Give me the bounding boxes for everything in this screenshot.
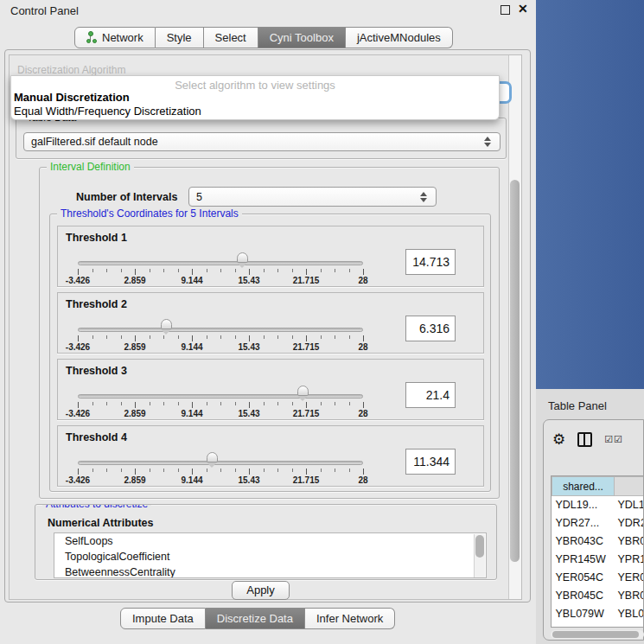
- tab-cyni-toolbox[interactable]: Cyni Toolbox: [258, 27, 346, 48]
- table-cell[interactable]: YPR1: [615, 551, 644, 569]
- attribute-list-item[interactable]: TopologicalCoefficient: [54, 549, 486, 564]
- float-window-icon[interactable]: [501, 5, 510, 15]
- table-cell[interactable]: YBR045C: [552, 587, 615, 605]
- tick-mark: [249, 402, 250, 408]
- split-columns-icon[interactable]: [577, 432, 592, 447]
- tick-mark: [135, 402, 136, 408]
- tick-mark: [135, 469, 136, 475]
- table-cell[interactable]: YLR345W: [552, 623, 615, 628]
- table-horizontal-scrollbar[interactable]: [551, 630, 644, 639]
- threshold-3-slider-thumb[interactable]: [297, 386, 309, 396]
- close-icon[interactable]: ✕: [518, 2, 528, 16]
- vertical-scrollbar-thumb[interactable]: [510, 180, 520, 562]
- tick-mark: [178, 469, 179, 472]
- tab-network[interactable]: Network: [74, 27, 156, 48]
- tick-label: -3.426: [66, 342, 90, 352]
- threshold-1-panel: Threshold 1 -3.4262.8599.14415.4321.7152…: [57, 226, 484, 287]
- table-cell[interactable]: YDL19...: [552, 496, 615, 514]
- tick-mark: [135, 335, 136, 341]
- numerical-attributes-list[interactable]: SelfLoopsTopologicalCoefficientBetweenne…: [54, 532, 487, 578]
- column-header-shared-name[interactable]: shared...: [552, 477, 615, 496]
- table-cell[interactable]: YBR043C: [552, 532, 615, 551]
- popup-hint-text: Select algorithm to view settings: [11, 79, 499, 92]
- tick-mark: [349, 269, 350, 272]
- number-of-intervals-combobox[interactable]: 5: [188, 187, 437, 207]
- threshold-1-slider-thumb[interactable]: [237, 252, 248, 263]
- attribute-list-item[interactable]: BetweennessCentrality: [54, 564, 486, 578]
- tick-mark: [292, 269, 293, 272]
- threshold-3-label: Threshold 3: [66, 365, 127, 377]
- tab-style[interactable]: Style: [156, 27, 204, 48]
- gear-icon[interactable]: ⚙: [552, 432, 565, 447]
- threshold-4-slider-thumb[interactable]: [207, 452, 218, 462]
- tick-label: 21.715: [293, 276, 320, 285]
- tick-label: 2.859: [124, 475, 145, 485]
- table-cell[interactable]: YDL1: [615, 496, 644, 514]
- threshold-1-slider-track[interactable]: [78, 261, 363, 265]
- threshold-4-value-field[interactable]: 11.344: [405, 449, 456, 475]
- checkbox-icons[interactable]: ☑☑: [604, 434, 623, 445]
- attribute-list-item[interactable]: SelfLoops: [54, 533, 486, 549]
- tab-impute-data[interactable]: Impute Data: [120, 608, 206, 629]
- tick-label: 9.144: [181, 475, 202, 485]
- tick-label: 2.859: [124, 342, 145, 352]
- column-header-name[interactable]: na: [615, 477, 644, 496]
- threshold-2-slider-track[interactable]: [78, 328, 363, 332]
- table-cell[interactable]: YBL0: [615, 605, 644, 623]
- tick-label: -3.426: [66, 475, 90, 485]
- table-cell[interactable]: YPR145W: [552, 551, 615, 569]
- table-toolbar: ⚙ ☑☑: [552, 432, 623, 447]
- table-cell[interactable]: YLR3: [615, 623, 644, 628]
- table-hscrollbar-thumb[interactable]: [552, 631, 639, 638]
- tick-mark: [264, 469, 265, 472]
- tick-mark: [277, 469, 278, 472]
- popup-option-manual-discretization[interactable]: Manual Discretization: [14, 91, 130, 104]
- threshold-2-slider-thumb[interactable]: [161, 319, 172, 329]
- table-cell[interactable]: YBL079W: [552, 605, 615, 623]
- table-row[interactable]: YBR043CYBR0: [552, 532, 644, 551]
- attributes-scrollbar-thumb[interactable]: [475, 535, 484, 558]
- threshold-3-slider-track[interactable]: [78, 394, 363, 399]
- attributes-scrollbar[interactable]: [474, 534, 485, 578]
- threshold-1-value-field[interactable]: 14.713: [405, 249, 456, 275]
- threshold-2-value-field[interactable]: 6.316: [405, 316, 456, 341]
- table-cell[interactable]: YDR27...: [552, 514, 615, 532]
- node-table[interactable]: shared... na YDL19...YDL1YDR27...YDR2YBR…: [551, 475, 644, 628]
- table-row[interactable]: YER054CYER0: [552, 569, 644, 587]
- tick-mark: [321, 269, 322, 272]
- table-row[interactable]: YDR27...YDR2: [552, 514, 644, 532]
- table-cell[interactable]: YER054C: [552, 569, 615, 587]
- tab-select[interactable]: Select: [204, 27, 258, 48]
- tick-mark: [78, 402, 79, 408]
- table-row[interactable]: YLR345WYLR3: [552, 623, 644, 628]
- tick-mark: [363, 402, 364, 408]
- attributes-group-title: Attributes to discretize: [42, 504, 151, 510]
- tick-mark: [306, 335, 307, 341]
- tick-label: 28: [358, 475, 367, 485]
- table-row[interactable]: YDL19...YDL1: [552, 496, 644, 514]
- popup-option-equal-width[interactable]: Equal Width/Frequency Discretization: [14, 105, 201, 118]
- table-row[interactable]: YBL079WYBL0: [552, 605, 644, 623]
- tick-mark: [106, 469, 107, 472]
- tab-infer-network[interactable]: Infer Network: [305, 608, 395, 629]
- table-cell[interactable]: YBR0: [615, 532, 644, 551]
- table-row[interactable]: YBR045CYBR0: [552, 587, 644, 605]
- tab-jactivemnodules[interactable]: jActiveMNodules: [346, 27, 453, 48]
- tick-label: 15.43: [238, 475, 259, 485]
- top-tab-bar: Network Style Select Cyni Toolbox jActiv…: [74, 27, 453, 48]
- table-row[interactable]: YPR145WYPR1: [552, 551, 644, 569]
- tab-discretize-data[interactable]: Discretize Data: [206, 608, 305, 629]
- threshold-4-slider-track[interactable]: [78, 461, 363, 465]
- table-data-combobox[interactable]: galFiltered.sif default node: [23, 132, 501, 151]
- tick-mark: [121, 335, 122, 339]
- table-cell[interactable]: YER0: [615, 569, 644, 587]
- threshold-2-panel: Threshold 2 -3.4262.8599.14415.4321.7152…: [57, 292, 484, 354]
- tick-label: 28: [358, 276, 367, 285]
- table-cell[interactable]: YDR2: [615, 514, 644, 532]
- apply-button[interactable]: Apply: [232, 581, 290, 600]
- threshold-3-value-field[interactable]: 21.4: [405, 382, 456, 408]
- table-panel: Table Panel ⚙ ☑☑ shared... na YDL19...YD…: [536, 389, 644, 644]
- tick-mark: [335, 269, 335, 272]
- tick-mark: [277, 335, 278, 339]
- table-cell[interactable]: YBR0: [615, 587, 644, 605]
